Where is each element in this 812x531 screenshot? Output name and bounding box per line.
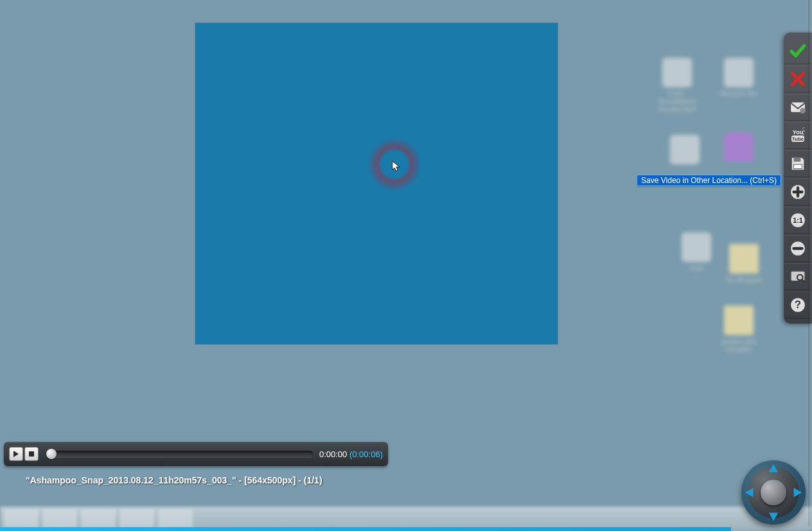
envelope-icon: [790, 99, 806, 116]
fullscreen-button[interactable]: [785, 263, 811, 290]
duration-time: (0:00:06): [349, 449, 383, 459]
pan-center[interactable]: [761, 480, 786, 505]
accept-button[interactable]: [785, 37, 811, 64]
zoom-in-button[interactable]: [785, 178, 811, 205]
taskbar-button[interactable]: [158, 509, 193, 528]
current-time: 0:00:00: [319, 449, 347, 459]
stop-button[interactable]: [24, 447, 39, 461]
desktop-icon: Truth - Surveillance Society.mp3: [651, 58, 703, 113]
svg-rect-7: [794, 164, 802, 169]
svg-text:You: You: [793, 129, 803, 135]
vertical-scrollbar[interactable]: [808, 0, 812, 527]
floppy-icon: [790, 155, 806, 172]
taskbar-button[interactable]: [42, 509, 77, 528]
progress-strip: [0, 527, 731, 531]
plus-icon: [790, 184, 806, 200]
svg-rect-6: [794, 157, 801, 162]
taskbar-button[interactable]: [81, 509, 116, 528]
zoom-out-button[interactable]: [785, 235, 811, 262]
magnify-screen-icon: [790, 268, 806, 285]
desktop-icon: guides and samples: [713, 306, 764, 353]
email-button[interactable]: [785, 94, 811, 121]
svg-text:?: ?: [795, 299, 801, 310]
pan-up-icon[interactable]: [768, 463, 779, 474]
video-preview[interactable]: [195, 23, 558, 344]
desktop-icon: Recycle Bin: [713, 58, 764, 98]
desktop-icon: mob: [671, 232, 722, 272]
cursor-icon: [392, 161, 401, 173]
desktop-icon: [713, 132, 764, 164]
seek-track[interactable]: [46, 451, 313, 457]
svg-text:1:1: 1:1: [793, 216, 803, 224]
pan-navigator[interactable]: [741, 460, 806, 525]
svg-point-2: [800, 108, 806, 114]
tooltip-save-video: Save Video in Other Location... (Ctrl+S): [637, 175, 781, 186]
svg-text:Tube: Tube: [792, 136, 804, 142]
time-display: 0:00:00 (0:00:06): [319, 449, 383, 459]
save-button[interactable]: [785, 150, 811, 177]
playback-bar: 0:00:00 (0:00:06): [4, 442, 388, 466]
pan-left-icon[interactable]: [744, 487, 755, 498]
one-to-one-icon: 1:1: [790, 212, 806, 229]
pan-down-icon[interactable]: [768, 510, 779, 522]
svg-rect-0: [29, 451, 34, 457]
youtube-icon: You Tube: [790, 127, 806, 144]
help-button[interactable]: ?: [785, 292, 811, 318]
minus-icon: [790, 240, 806, 257]
zoom-1to1-button[interactable]: 1:1: [785, 207, 811, 234]
desktop-icon: [659, 135, 710, 167]
start-button[interactable]: [4, 509, 39, 528]
play-button[interactable]: [9, 447, 23, 461]
check-icon: [790, 42, 806, 59]
seek-thumb[interactable]: [46, 449, 57, 459]
taskbar-button[interactable]: [119, 509, 154, 528]
youtube-button[interactable]: You Tube: [785, 122, 811, 149]
pan-right-icon[interactable]: [791, 487, 803, 498]
discard-button[interactable]: [785, 65, 811, 92]
capture-caption: "Ashampoo_Snap_2013.08.12_11h20m57s_003_…: [26, 475, 322, 485]
desktop-icon: Tor Browser: [718, 244, 770, 284]
help-icon: ?: [790, 297, 806, 313]
close-icon: [790, 71, 806, 87]
